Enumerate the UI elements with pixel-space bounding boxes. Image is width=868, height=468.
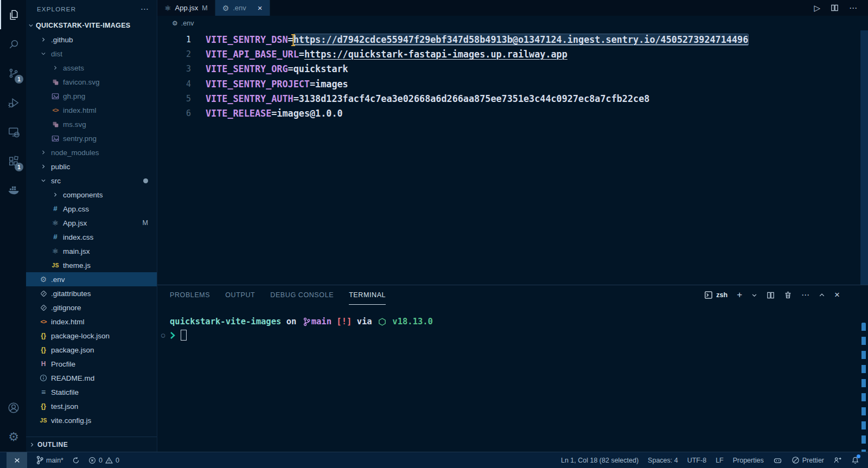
tree-item-package-json[interactable]: {}package.json: [26, 343, 157, 357]
tree-item-test-json[interactable]: {}test.json: [26, 399, 157, 413]
tree-item-favicon-svg[interactable]: favicon.svg: [26, 75, 157, 89]
image-icon: [52, 93, 59, 100]
status-eol[interactable]: LF: [716, 457, 724, 464]
tree-item-gitignore[interactable]: .gitignore: [26, 300, 157, 315]
status-copilot[interactable]: [773, 456, 782, 465]
encoding-label: UTF-8: [687, 457, 706, 464]
tree-item-index-html[interactable]: <>index.html: [26, 315, 157, 329]
code-line-2[interactable]: 2VITE_API_BASE_URL=https://quickstark-fa…: [157, 47, 868, 61]
terminal-more-icon[interactable]: ⋯: [801, 290, 809, 300]
status-indentation[interactable]: Spaces: 4: [648, 457, 678, 464]
tree-item-gh-png[interactable]: gh.png: [26, 89, 157, 103]
tree-item-package-lock-json[interactable]: {}package-lock.json: [26, 329, 157, 343]
activity-source-control-button[interactable]: 1: [0, 59, 26, 88]
shell-selector[interactable]: zsh: [704, 291, 727, 299]
tree-item-procfile[interactable]: HProcfile: [26, 357, 157, 371]
tree-item-dist[interactable]: dist: [26, 47, 157, 61]
terminal-scrollbar[interactable]: [861, 323, 866, 468]
status-bar: main*00 Ln 1, Col 18 (82 selected)Spaces…: [0, 452, 868, 468]
terminal-dropdown-icon[interactable]: [751, 292, 757, 298]
panel-tab-output[interactable]: OUTPUT: [225, 285, 255, 305]
svg-file-icon: [52, 79, 59, 86]
close-tab-icon[interactable]: ×: [258, 3, 263, 12]
tree-item-github[interactable]: .github: [26, 33, 157, 47]
panel-tab-debug-console[interactable]: DEBUG CONSOLE: [270, 285, 334, 305]
activity-accounts-button[interactable]: [0, 393, 26, 422]
file-label: .gitignore: [51, 304, 81, 312]
code-line-1[interactable]: 1VITE_SENTRY_DSN=https://d7942cdce55947f…: [157, 32, 868, 47]
tree-item-public[interactable]: public: [26, 159, 157, 174]
line-number: 2: [157, 49, 206, 59]
activity-search-button[interactable]: [0, 29, 26, 59]
explorer-icon: [8, 9, 20, 21]
code-line-5[interactable]: 5VITE_SENTRY_AUTH=3138d123facf4c7ea3e026…: [157, 91, 868, 106]
explorer-more-icon[interactable]: ⋯: [141, 4, 149, 14]
terminal-icon: [704, 291, 713, 299]
tab-app-jsx[interactable]: ⚛App.jsxM: [157, 0, 215, 16]
equals-sign: =: [310, 79, 315, 89]
breadcrumb[interactable]: ⚙ .env: [157, 16, 868, 30]
tree-item-node-modules[interactable]: node_modules: [26, 145, 157, 159]
tab-label: App.jsx: [175, 4, 199, 12]
activity-explorer-button[interactable]: [0, 0, 26, 29]
split-editor-icon[interactable]: [831, 4, 839, 12]
formatter-label: Prettier: [802, 457, 824, 464]
panel-tab-terminal[interactable]: TERMINAL: [349, 285, 386, 305]
file-label: App.jsx: [63, 219, 87, 227]
more-actions-icon[interactable]: ⋯: [849, 4, 857, 12]
activity-docker-button[interactable]: [0, 176, 26, 205]
new-terminal-icon[interactable]: +: [737, 290, 742, 300]
code-editor[interactable]: 1VITE_SENTRY_DSN=https://d7942cdce55947f…: [157, 30, 868, 285]
maximize-panel-icon[interactable]: [819, 292, 825, 298]
status-cursor-position[interactable]: Ln 1, Col 18 (82 selected): [561, 457, 639, 464]
tree-item-sentry-png[interactable]: sentry.png: [26, 131, 157, 145]
tree-item-app-css[interactable]: #App.css: [26, 202, 157, 216]
tab-env[interactable]: ⚙.env×: [215, 0, 270, 16]
editor-scrollbar[interactable]: [860, 30, 868, 285]
status-problems[interactable]: 00: [88, 457, 119, 464]
tree-item-env[interactable]: ⚙.env: [26, 272, 157, 286]
tree-item-index-html[interactable]: <>index.html: [26, 103, 157, 117]
tree-root-folder[interactable]: QUICKSTARK-VITE-IMAGES: [26, 18, 157, 33]
tree-item-main-jsx[interactable]: ⚛main.jsx: [26, 244, 157, 258]
status-formatter[interactable]: Prettier: [792, 456, 824, 464]
feedback-icon: [833, 456, 842, 464]
activity-run-debug-button[interactable]: [0, 88, 26, 117]
tree-item-vite-config-js[interactable]: JSvite.config.js: [26, 413, 157, 427]
status-feedback[interactable]: [833, 456, 842, 464]
tab-bar: ⚛App.jsxM⚙.env× ▷ ⋯: [157, 0, 868, 16]
tree-item-readme-md[interactable]: README.md: [26, 371, 157, 385]
chevron-down-icon: [41, 178, 46, 183]
activity-remote-explorer-button[interactable]: [0, 117, 26, 146]
tree-item-ms-svg[interactable]: ms.svg: [26, 117, 157, 131]
activity-settings-button[interactable]: ⚙: [0, 422, 26, 452]
tree-item-assets[interactable]: assets: [26, 61, 157, 75]
outline-section[interactable]: OUTLINE: [26, 437, 157, 452]
terminal-content[interactable]: quickstark-vite-images on main [!] via v…: [157, 305, 868, 341]
remote-indicator[interactable]: [7, 452, 27, 468]
status-language-mode[interactable]: Properties: [733, 457, 764, 464]
tree-item-app-jsx[interactable]: ⚛App.jsxM: [26, 216, 157, 230]
code-line-3[interactable]: 3VITE_SENTRY_ORG=quickstark: [157, 62, 868, 76]
close-panel-icon[interactable]: ×: [834, 290, 840, 300]
kill-terminal-icon[interactable]: [784, 291, 792, 299]
status-notifications[interactable]: [851, 456, 859, 465]
tree-item-staticfile[interactable]: ≡Staticfile: [26, 385, 157, 399]
tree-item-theme-js[interactable]: JStheme.js: [26, 258, 157, 272]
run-file-icon[interactable]: ▷: [814, 4, 820, 12]
sync-icon[interactable]: [72, 457, 80, 464]
tree-item-index-css[interactable]: #index.css: [26, 230, 157, 244]
code-line-6[interactable]: 6VITE_RELEASE=images@1.0.0: [157, 106, 868, 120]
tree-item-components[interactable]: components: [26, 188, 157, 202]
env-key: VITE_API_BASE_URL: [206, 49, 299, 60]
activity-extensions-button[interactable]: 1: [0, 146, 26, 176]
code-line-4[interactable]: 4VITE_SENTRY_PROJECT=images: [157, 76, 868, 91]
status-encoding[interactable]: UTF-8: [687, 457, 706, 464]
tree-item-gitattributes[interactable]: .gitattributes: [26, 286, 157, 300]
prompt-segment: main: [311, 317, 331, 326]
status-branch[interactable]: main*: [36, 456, 63, 465]
tree-item-src[interactable]: src: [26, 174, 157, 188]
file-label: Staticfile: [51, 388, 79, 396]
split-terminal-icon[interactable]: [767, 291, 775, 299]
panel-tab-problems[interactable]: PROBLEMS: [170, 285, 210, 305]
